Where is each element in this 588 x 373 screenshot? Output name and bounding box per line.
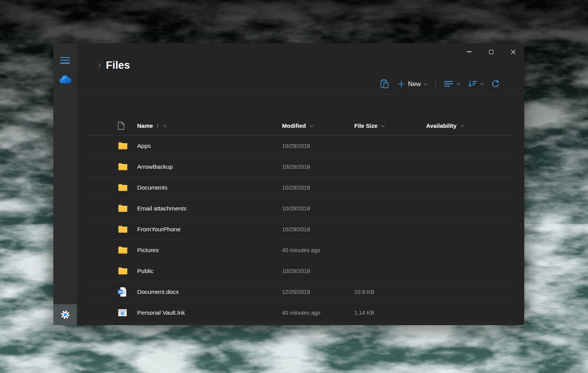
file-browser: Name ↑ Modified File Size Availability bbox=[77, 95, 524, 325]
chevron-down-icon bbox=[424, 81, 428, 85]
table-row[interactable]: W Document.docx 12/25/2019 10.8 KB bbox=[88, 281, 513, 302]
paste-icon bbox=[381, 79, 389, 88]
new-dropdown-button[interactable]: New bbox=[398, 80, 427, 88]
refresh-button[interactable] bbox=[491, 80, 500, 88]
view-options-button[interactable] bbox=[444, 81, 460, 87]
file-size: 1.14 KB bbox=[354, 310, 426, 316]
close-icon bbox=[511, 49, 516, 54]
file-name: Document.docx bbox=[137, 288, 282, 295]
file-modified: 10/29/2018 bbox=[282, 226, 354, 232]
close-button[interactable] bbox=[509, 47, 517, 56]
file-name: Public bbox=[137, 268, 282, 275]
table-row[interactable]: Personal Vault.lnk 40 minutes ago 1.14 K… bbox=[88, 302, 513, 323]
column-header-modified[interactable]: Modified bbox=[282, 122, 354, 129]
page-title: Files bbox=[106, 59, 130, 71]
file-size: 10.8 KB bbox=[354, 289, 426, 295]
folder-icon bbox=[118, 246, 137, 254]
plus-icon bbox=[398, 81, 404, 87]
table-row[interactable]: FromYourPhone 10/29/2018 bbox=[88, 219, 513, 240]
folder-icon bbox=[118, 204, 137, 212]
file-name: Email attachments bbox=[137, 205, 282, 212]
maximize-icon bbox=[489, 50, 493, 54]
shortcut-file-icon bbox=[118, 309, 137, 317]
folder-icon bbox=[118, 142, 137, 150]
type-column-header[interactable] bbox=[118, 122, 137, 130]
column-label: Name bbox=[137, 122, 153, 129]
maximize-button[interactable] bbox=[487, 47, 495, 56]
window-controls bbox=[465, 47, 517, 56]
toolbar: New bbox=[381, 79, 500, 89]
main-panel: Files New bbox=[77, 43, 524, 325]
folder-icon bbox=[118, 267, 137, 275]
word-file-icon: W bbox=[118, 287, 137, 297]
minimize-button[interactable] bbox=[465, 47, 473, 56]
file-list: Apps 10/29/2018 ArrowBackup 10/29/2018 D… bbox=[88, 136, 513, 323]
column-label: File Size bbox=[354, 122, 377, 129]
table-row[interactable]: Public 10/29/2018 bbox=[88, 261, 513, 281]
new-button-label: New bbox=[408, 80, 421, 88]
gear-icon bbox=[60, 310, 70, 320]
chevron-down-icon bbox=[457, 81, 461, 85]
file-modified: 10/29/2018 bbox=[282, 164, 354, 170]
sort-button[interactable] bbox=[467, 80, 483, 87]
folder-icon bbox=[118, 163, 137, 171]
sort-ascending-icon: ↑ bbox=[156, 122, 159, 129]
view-list-icon bbox=[444, 81, 454, 87]
file-modified: 12/25/2019 bbox=[282, 289, 354, 295]
hamburger-icon bbox=[60, 57, 70, 58]
file-name: ArrowBackup bbox=[137, 163, 282, 170]
table-row[interactable]: ArrowBackup 10/29/2018 bbox=[88, 156, 513, 177]
file-type-column-icon bbox=[118, 122, 124, 130]
file-modified: 40 minutes ago bbox=[282, 247, 354, 253]
minimize-icon bbox=[467, 51, 471, 52]
file-modified: 40 minutes ago bbox=[282, 310, 354, 316]
file-name: Apps bbox=[137, 142, 282, 149]
desktop: Files New bbox=[0, 0, 588, 373]
breadcrumb-chevron-icon[interactable] bbox=[96, 63, 101, 68]
chevron-down-icon bbox=[460, 123, 464, 127]
folder-icon bbox=[118, 225, 137, 233]
table-header-row: Name ↑ Modified File Size Availability bbox=[88, 116, 513, 136]
column-label: Availability bbox=[426, 122, 457, 129]
file-name: Personal Vault.lnk bbox=[137, 309, 282, 316]
folder-icon bbox=[118, 183, 137, 192]
column-label: Modified bbox=[282, 122, 306, 129]
column-header-name[interactable]: Name ↑ bbox=[137, 122, 282, 129]
file-modified: 10/29/2018 bbox=[282, 205, 354, 212]
file-modified: 10/29/2018 bbox=[282, 185, 354, 191]
file-name: Documents bbox=[137, 184, 282, 191]
svg-text:W: W bbox=[119, 290, 122, 294]
paste-button[interactable] bbox=[381, 79, 389, 88]
hamburger-icon bbox=[60, 63, 70, 63]
refresh-icon bbox=[491, 80, 500, 88]
menu-button[interactable] bbox=[60, 57, 70, 64]
chevron-down-icon bbox=[163, 123, 167, 127]
chevron-down-icon bbox=[309, 123, 313, 127]
file-name: FromYourPhone bbox=[137, 226, 282, 233]
chevron-down-icon bbox=[480, 81, 484, 85]
file-modified: 10/29/2018 bbox=[282, 268, 354, 274]
column-header-file-size[interactable]: File Size bbox=[354, 122, 426, 129]
table-row[interactable]: Apps 10/29/2018 bbox=[88, 136, 513, 156]
onedrive-cloud-icon bbox=[59, 75, 72, 84]
onedrive-window: Files New bbox=[53, 43, 524, 325]
column-header-availability[interactable]: Availability bbox=[426, 122, 513, 129]
sort-icon bbox=[467, 80, 477, 87]
settings-button[interactable] bbox=[53, 304, 77, 325]
onedrive-home-button[interactable] bbox=[59, 75, 72, 86]
window-header: Files New bbox=[77, 43, 524, 95]
hamburger-icon bbox=[60, 60, 70, 61]
toolbar-divider bbox=[435, 79, 436, 89]
sidebar bbox=[53, 43, 77, 325]
table-row[interactable]: Pictures 40 minutes ago bbox=[88, 240, 513, 261]
breadcrumb: Files bbox=[97, 59, 130, 71]
file-modified: 10/29/2018 bbox=[282, 143, 354, 149]
table-row[interactable]: Email attachments 10/29/2018 bbox=[88, 198, 513, 219]
file-name: Pictures bbox=[137, 247, 282, 254]
table-row[interactable]: Documents 10/29/2018 bbox=[88, 177, 513, 198]
chevron-down-icon bbox=[381, 123, 385, 127]
